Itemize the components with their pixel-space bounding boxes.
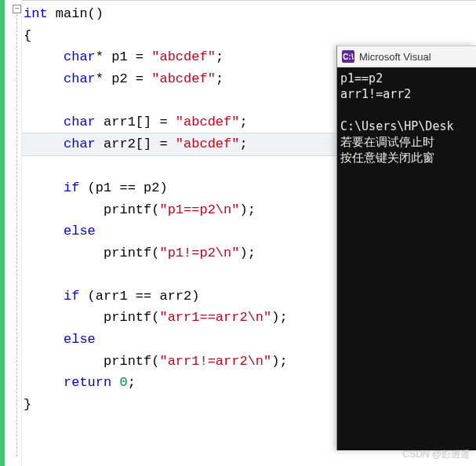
line-printf-arrne: printf("arr1!=arr2\n"); — [24, 354, 288, 369]
fold-toggle-icon[interactable]: − — [13, 5, 21, 13]
line-printf-p1ne: printf("p1!=p2\n"); — [24, 246, 256, 260]
line-p1-decl: char* p1 = "abcdef"; — [24, 49, 223, 64]
line-printf-arreq: printf("arr1==arr2\n"); — [24, 310, 288, 325]
line-p2-decl: char* p2 = "abcdef"; — [24, 71, 223, 86]
console-line-msg2: 按任意键关闭此窗 — [340, 151, 434, 165]
console-line-path: C:\Users\HP\Desk — [340, 119, 454, 133]
line-brace-open: { — [24, 28, 31, 43]
line-if-p: if (p1 == p2) — [24, 180, 168, 195]
line-signature: int main() — [24, 6, 104, 21]
console-output[interactable]: p1==p2 arr1!=arr2 C:\Users\HP\Desk 若要在调试… — [337, 67, 476, 169]
vs-logo-icon: C:\ — [342, 50, 354, 63]
fold-gutter: − — [5, 0, 22, 466]
line-printf-p1eq: printf("p1==p2\n"); — [24, 202, 256, 217]
console-titlebar[interactable]: C:\ Microsoft Visual — [337, 46, 476, 67]
console-title-text: Microsoft Visual — [359, 51, 431, 63]
line-else-2: else — [24, 332, 96, 347]
fold-guide-line — [16, 14, 17, 457]
console-window: C:\ Microsoft Visual p1==p2 arr1!=arr2 C… — [336, 46, 476, 450]
line-if-arr: if (arr1 == arr2) — [24, 289, 199, 304]
tab-border — [0, 0, 476, 2]
line-brace-close: } — [24, 397, 31, 412]
line-arr1-decl: char arr1[] = "abcdef"; — [24, 115, 248, 129]
console-line-msg1: 若要在调试停止时 — [340, 135, 434, 149]
line-else-1: else — [24, 224, 96, 238]
console-line-2: arr1!=arr2 — [340, 87, 411, 101]
line-return: return 0; — [24, 375, 136, 390]
watermark-text: CSDN @彭逍遥 — [402, 448, 470, 461]
console-line-1: p1==p2 — [340, 71, 383, 86]
